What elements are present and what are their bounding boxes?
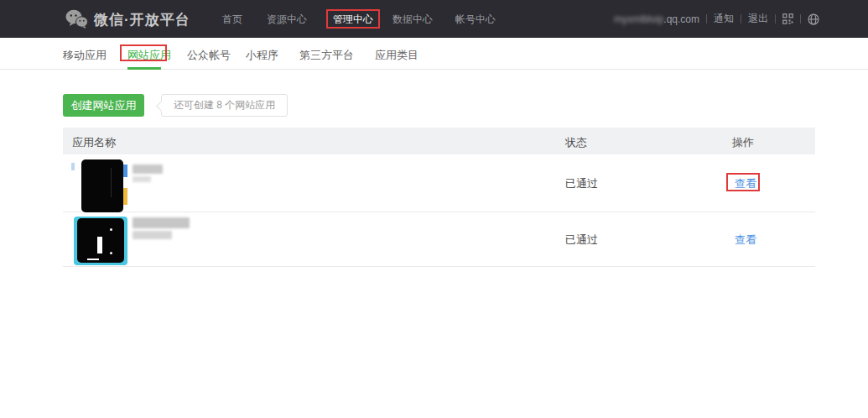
column-header-app-name: 应用名称	[72, 135, 116, 150]
censored-app-logo	[81, 159, 123, 212]
qr-code-icon[interactable]	[782, 13, 793, 24]
wechat-open-platform-page: 微信·开放平台 首页 资源中心 管理中心 数据中心 帐号中心 myxmlblvi…	[0, 0, 868, 418]
column-header-action: 操作	[732, 135, 754, 150]
censored-app-logo	[77, 218, 124, 263]
account-email: myxmlblvip.qq.com	[614, 13, 699, 25]
view-link[interactable]: 查看	[735, 176, 756, 191]
brand-title: 微信·开放平台	[94, 10, 190, 29]
table-row: 已通过 查看	[63, 154, 815, 212]
nav-item-home[interactable]: 首页	[222, 13, 242, 27]
logout-link[interactable]: 退出	[748, 12, 768, 26]
active-tab-underline	[127, 67, 161, 70]
censored-app-name	[133, 176, 151, 182]
status-text: 已通过	[565, 233, 598, 248]
tab-official-account[interactable]: 公众帐号	[187, 48, 231, 63]
tab-third-party-platform[interactable]: 第三方平台	[299, 48, 354, 63]
notifications-link[interactable]: 通知	[714, 12, 734, 26]
tab-mobile-app[interactable]: 移动应用	[63, 48, 107, 63]
censored-app-name	[133, 165, 163, 174]
wechat-logo-icon	[65, 9, 88, 29]
globe-icon[interactable]	[808, 13, 819, 25]
censored-app-name	[133, 217, 190, 228]
censor-artifact	[71, 163, 75, 170]
divider	[706, 14, 707, 24]
status-text: 已通过	[565, 176, 598, 191]
tab-mini-program[interactable]: 小程序	[246, 48, 278, 63]
divider	[741, 14, 741, 24]
view-link[interactable]: 查看	[735, 233, 756, 248]
quota-tip: 还可创建 8 个网站应用	[161, 94, 288, 117]
account-email-blurred: myxmlblvip	[614, 13, 663, 25]
nav-item-management-center[interactable]: 管理中心	[333, 13, 373, 27]
account-area: myxmlblvip.qq.com 通知 退出	[614, 0, 819, 38]
top-header-bar: 微信·开放平台 首页 资源中心 管理中心 数据中心 帐号中心 myxmlblvi…	[0, 0, 868, 38]
app-type-tabbar: 移动应用 网站应用 公众帐号 小程序 第三方平台 应用类目	[0, 38, 868, 70]
app-table: 应用名称 状态 操作 已通过 查看 已通过 查看	[63, 128, 815, 267]
nav-item-data-center[interactable]: 数据中心	[392, 13, 433, 27]
account-email-domain: .qq.com	[663, 13, 699, 25]
divider	[800, 14, 801, 24]
table-header-row: 应用名称 状态 操作	[63, 128, 815, 154]
create-website-app-button[interactable]: 创建网站应用	[63, 94, 144, 117]
divider	[775, 14, 776, 24]
censored-app-name	[133, 231, 172, 239]
tab-app-category[interactable]: 应用类目	[375, 48, 418, 63]
nav-item-resource-center[interactable]: 资源中心	[267, 13, 307, 27]
column-header-status: 状态	[565, 135, 587, 150]
tab-website-app[interactable]: 网站应用	[127, 48, 171, 63]
nav-item-account-center[interactable]: 帐号中心	[455, 13, 496, 27]
